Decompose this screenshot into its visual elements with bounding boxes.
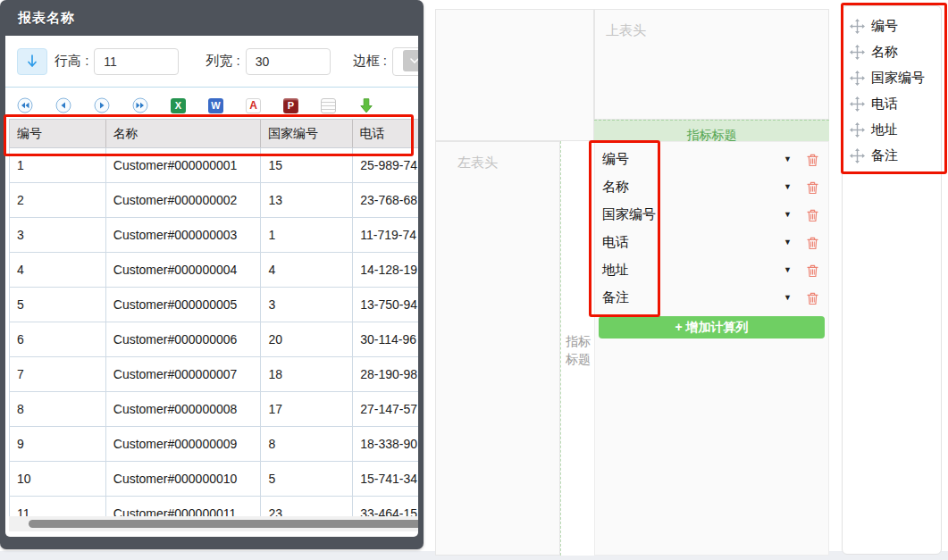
- table-row[interactable]: 3 Customer#000000003 1 11-719-74: [10, 218, 418, 253]
- cell-country-code: 3: [261, 288, 353, 322]
- border-select[interactable]: [392, 47, 418, 76]
- report-table: 编号 名称 国家编号 电话 1 Customer#000000001 15 25…: [9, 119, 418, 516]
- cell-phone: 15-741-34: [353, 462, 418, 496]
- dropdown-caret-icon[interactable]: ▼: [784, 211, 792, 219]
- horizontal-scrollbar[interactable]: [9, 516, 418, 531]
- document-preview-icon[interactable]: [321, 98, 336, 113]
- dropdown-caret-icon[interactable]: ▼: [784, 238, 792, 247]
- scrollbar-thumb[interactable]: [29, 520, 418, 528]
- indicator-side-label: 指标标题: [564, 332, 592, 368]
- last-page-button[interactable]: [132, 97, 148, 113]
- move-icon: [850, 19, 865, 34]
- cell-id: 7: [10, 357, 106, 391]
- border-label: 边框 :: [353, 53, 387, 70]
- pdf-export-icon[interactable]: A: [246, 98, 261, 113]
- delete-field-icon[interactable]: [806, 153, 819, 167]
- table-row[interactable]: 8 Customer#000000008 17 27-147-57: [10, 392, 418, 427]
- delete-field-icon[interactable]: [806, 263, 819, 278]
- cell-country-code: 8: [261, 427, 353, 461]
- report-window: 报表名称 行高 : 列宽 : 边框 :: [0, 0, 424, 549]
- cell-phone: 30-114-96: [353, 322, 418, 356]
- field-row[interactable]: 国家编号 ▼: [595, 201, 828, 229]
- field-row[interactable]: 电话 ▼: [595, 229, 828, 256]
- excel-export-icon[interactable]: X: [171, 98, 186, 113]
- delete-field-icon[interactable]: [806, 180, 819, 195]
- table-header-row: 编号 名称 国家编号 电话: [9, 119, 418, 148]
- move-icon: [850, 148, 865, 163]
- download-arrow-icon[interactable]: [358, 97, 374, 113]
- table-row[interactable]: 11 Customer#000000011 23 33-464-15: [10, 497, 418, 516]
- first-page-button[interactable]: [17, 97, 33, 113]
- word-export-icon[interactable]: W: [208, 98, 223, 113]
- palette-item[interactable]: 名称: [843, 39, 941, 65]
- corner-cell[interactable]: [435, 9, 594, 141]
- palette-item[interactable]: 地址: [843, 117, 941, 143]
- cell-phone: 23-768-68: [353, 183, 418, 217]
- cell-country-code: 18: [261, 357, 353, 391]
- cell-phone: 28-190-98: [353, 357, 418, 391]
- metrics-zone: 编号 ▼: [594, 141, 829, 556]
- cell-country-code: 4: [261, 253, 353, 287]
- move-icon: [850, 71, 865, 86]
- dropdown-caret-icon[interactable]: ▼: [784, 155, 792, 163]
- palette-item[interactable]: 电话: [843, 91, 941, 117]
- dropdown-caret-icon[interactable]: ▼: [784, 294, 792, 302]
- table-row[interactable]: 4 Customer#000000004 4 14-128-19: [10, 253, 418, 288]
- dropdown-caret-icon[interactable]: ▼: [784, 266, 792, 274]
- column-header-name[interactable]: 名称: [106, 120, 261, 147]
- table-row[interactable]: 2 Customer#000000002 13 23-768-68: [10, 183, 418, 218]
- left-header-zone[interactable]: 左表头: [435, 141, 560, 556]
- table-row[interactable]: 1 Customer#000000001 15 25-989-74: [10, 148, 418, 183]
- field-row[interactable]: 名称 ▼: [595, 173, 828, 201]
- col-width-label: 列宽 :: [206, 53, 239, 70]
- delete-field-icon[interactable]: [806, 208, 819, 222]
- cell-phone: 13-750-94: [353, 288, 418, 322]
- table-row[interactable]: 9 Customer#000000009 8 18-338-90: [10, 427, 418, 462]
- prev-page-button[interactable]: [55, 97, 71, 113]
- window-title: 报表名称: [18, 10, 75, 27]
- table-row[interactable]: 7 Customer#000000007 18 28-190-98: [10, 357, 418, 392]
- cell-id: 11: [10, 497, 106, 516]
- dropdown-caret-icon[interactable]: ▼: [784, 183, 792, 191]
- cell-name: Customer#000000007: [106, 357, 262, 391]
- field-row[interactable]: 地址 ▼: [595, 256, 828, 284]
- add-calc-column-button[interactable]: + 增加计算列: [599, 316, 825, 339]
- top-header-zone[interactable]: 上表头: [594, 9, 829, 120]
- delete-field-icon[interactable]: [806, 236, 819, 250]
- palette-item-label: 编号: [871, 18, 898, 35]
- cell-name: Customer#000000009: [106, 427, 262, 461]
- column-header-phone[interactable]: 电话: [353, 120, 418, 147]
- print-icon[interactable]: P: [283, 98, 298, 113]
- row-height-input[interactable]: [94, 48, 179, 75]
- delete-field-icon[interactable]: [806, 291, 819, 305]
- chevron-down-icon: [403, 50, 418, 71]
- field-row[interactable]: 备注 ▼: [595, 284, 828, 312]
- column-header-id[interactable]: 编号: [10, 120, 106, 147]
- col-width-input[interactable]: [246, 48, 331, 75]
- table-row[interactable]: 5 Customer#000000005 3 13-750-94: [10, 288, 418, 322]
- column-header-country-code[interactable]: 国家编号: [261, 120, 353, 147]
- apply-row-height-button[interactable]: [17, 48, 47, 75]
- field-name: 地址: [602, 262, 629, 279]
- next-page-button[interactable]: [94, 97, 110, 113]
- cell-name: Customer#000000001: [106, 148, 262, 182]
- palette-item-label: 电话: [871, 96, 898, 113]
- toolbar-actions: X W A P: [5, 88, 374, 122]
- palette-list: 编号 名称: [843, 13, 941, 169]
- palette-item[interactable]: 编号: [843, 13, 941, 39]
- palette-item[interactable]: 备注: [843, 143, 941, 169]
- cell-name: Customer#000000003: [106, 218, 262, 252]
- window-body: 行高 : 列宽 : 边框 : X: [5, 36, 418, 537]
- cell-name: Customer#000000010: [106, 462, 262, 496]
- palette-item[interactable]: 国家编号: [843, 65, 941, 91]
- cell-id: 8: [10, 392, 106, 426]
- field-row[interactable]: 编号 ▼: [595, 146, 828, 173]
- cell-id: 9: [10, 427, 106, 461]
- table-row[interactable]: 6 Customer#000000006 20 30-114-96: [10, 322, 418, 357]
- row-height-label: 行高 :: [55, 53, 88, 70]
- field-list: 编号 ▼: [595, 142, 828, 312]
- cell-country-code: 20: [261, 322, 353, 356]
- cell-name: Customer#000000006: [106, 322, 262, 356]
- cell-phone: 14-128-19: [353, 253, 418, 287]
- table-row[interactable]: 10 Customer#000000010 5 15-741-34: [10, 462, 418, 497]
